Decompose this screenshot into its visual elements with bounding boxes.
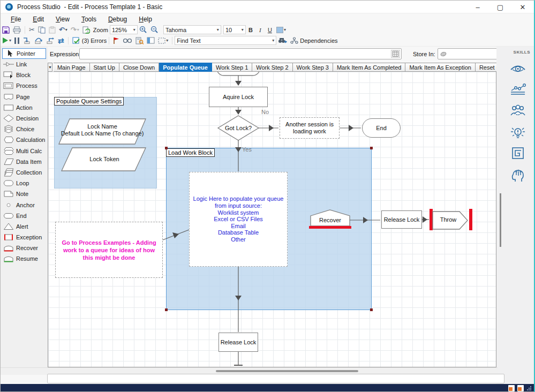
start-stage-partial[interactable]	[217, 72, 260, 76]
link-acquire-to-gotlock[interactable]	[235, 107, 242, 115]
link-note-to-end[interactable]	[340, 125, 361, 131]
dependencies-label[interactable]: Dependencies	[300, 37, 337, 44]
minimize-button[interactable]: –	[466, 1, 489, 13]
another-session-note[interactable]: Another session isloading work	[280, 117, 340, 139]
zoom-level-combo[interactable]: 125%▾	[110, 25, 138, 34]
tool-calculation[interactable]: Calculation	[1, 134, 48, 145]
zoom-in-button[interactable]	[138, 25, 148, 34]
redo-caret[interactable]: ▾	[77, 27, 79, 32]
block-handle-tr[interactable]	[370, 147, 373, 149]
save-button[interactable]	[1, 25, 11, 34]
paste-button[interactable]	[48, 25, 57, 34]
tool-process[interactable]: Process	[1, 80, 48, 91]
got-lock-label[interactable]: Got Lock?	[218, 125, 259, 131]
load-work-block-label[interactable]: Load Work Block	[166, 148, 215, 157]
tab-mark-item-as-exception[interactable]: Mark Item As Exception	[405, 63, 476, 72]
link-gotlock-yes[interactable]	[235, 140, 242, 171]
tab-work-step-2[interactable]: Work Step 2	[252, 63, 292, 72]
link-logic-to-release[interactable]	[235, 267, 242, 332]
link-gotlock-no[interactable]	[259, 125, 278, 131]
run-caret[interactable]: ▾	[9, 38, 11, 43]
skill-collaboration-icon[interactable]	[509, 103, 527, 119]
skill-learning-icon[interactable]	[509, 168, 527, 184]
tool-anchor[interactable]: Anchor	[1, 199, 48, 210]
tab-main-page[interactable]: Main Page	[54, 63, 90, 72]
block-handle-bl[interactable]	[165, 308, 168, 311]
acquire-lock-stage[interactable]: Aquire Lock	[209, 87, 268, 107]
menu-help[interactable]: Help	[134, 14, 157, 24]
logic-note[interactable]: Logic Here to populate your queuefrom in…	[189, 172, 288, 267]
redo-button[interactable]: ↷▾	[70, 25, 80, 34]
taskbar-doc-icon-2[interactable]	[517, 385, 524, 391]
link-start-to-acquire[interactable]	[235, 76, 242, 86]
status-input-bar[interactable]	[47, 374, 504, 383]
watch-glasses-icon[interactable]	[122, 36, 133, 45]
font-color-caret[interactable]: ▾	[284, 27, 286, 32]
run-button[interactable]: ▾	[1, 36, 12, 45]
tool-pointer[interactable]: Pointer	[2, 48, 46, 59]
find-text-combo[interactable]: Find Text▾	[175, 36, 276, 45]
recover-label[interactable]: Recover	[311, 217, 350, 223]
link-release-bottom-out[interactable]	[234, 352, 243, 365]
zoom-out-button[interactable]	[149, 25, 160, 34]
tool-note[interactable]: Note	[1, 189, 48, 199]
zoom-combo-caret[interactable]: ▾	[133, 27, 135, 32]
skill-planning-sequencing-icon[interactable]	[509, 82, 527, 98]
canvas-vertical-scrollbar[interactable]	[500, 193, 501, 247]
throw-label[interactable]: Throw	[431, 216, 466, 223]
dependencies-icon[interactable]	[289, 36, 299, 45]
tab-work-step-3[interactable]: Work Step 3	[293, 63, 333, 72]
step-into-button[interactable]	[21, 36, 32, 45]
skill-visual-perception-icon[interactable]	[509, 61, 527, 77]
block-handle-br[interactable]	[370, 308, 373, 311]
tool-recover[interactable]: Recover	[1, 243, 48, 253]
breakpoint-flag-icon[interactable]	[112, 36, 120, 45]
bold-button[interactable]: B	[246, 25, 255, 34]
process-examples-note[interactable]: Go to Process Examples - Addingwork to a…	[55, 222, 163, 278]
panel-view-icon[interactable]	[146, 36, 156, 45]
tool-page[interactable]: Page	[1, 92, 48, 102]
tab-start-up[interactable]: Start Up	[90, 63, 119, 72]
tab-mark-item-as-completed[interactable]: Mark Item As Completed	[333, 63, 405, 72]
link-recover-to-release[interactable]	[350, 217, 380, 223]
expression-input[interactable]	[79, 48, 402, 59]
italic-button[interactable]: I	[256, 25, 265, 34]
tool-alert[interactable]: Alert	[1, 221, 48, 232]
find-caret[interactable]: ▾	[272, 38, 274, 43]
expression-test-icon[interactable]	[134, 36, 145, 45]
skill-knowledge-insight-icon[interactable]	[509, 146, 527, 162]
release-lock-bottom-stage[interactable]: Release Lock	[218, 333, 258, 352]
underline-button[interactable]: U	[266, 25, 274, 34]
tool-data-item[interactable]: Data Item	[1, 156, 48, 167]
font-combo-caret[interactable]: ▾	[217, 27, 219, 32]
process-diagram-canvas[interactable]: Populate Queue Settings Lock NameDefault…	[48, 72, 496, 367]
tab-work-step-1[interactable]: Work Step 1	[212, 63, 252, 72]
validate-button[interactable]	[71, 36, 81, 45]
settings-block-label[interactable]: Populate Queue Settings	[54, 97, 124, 105]
taskbar-doc-icon-1[interactable]	[508, 385, 515, 391]
tool-loop[interactable]: Loop	[1, 178, 48, 189]
lock-name-data-item[interactable]: Lock NameDefault Lock Name (To change)	[55, 123, 150, 137]
font-name-combo[interactable]: Tahoma▾	[163, 25, 221, 34]
skill-problem-solving-icon[interactable]	[509, 125, 527, 141]
menu-edit[interactable]: Edit	[28, 14, 49, 24]
pause-button[interactable]	[13, 36, 20, 45]
maximize-button[interactable]: ▢	[489, 1, 511, 13]
selection-caret[interactable]: ▾	[166, 38, 168, 43]
horizontal-scroll-thumb[interactable]	[216, 370, 358, 372]
tool-decision[interactable]: Decision	[1, 113, 48, 124]
expression-builder-button[interactable]	[391, 50, 400, 58]
menu-view[interactable]: View	[51, 14, 74, 24]
tool-action[interactable]: Action	[1, 102, 48, 113]
menu-tools[interactable]: Tools	[77, 14, 101, 24]
menu-file[interactable]: File	[6, 14, 26, 24]
selection-mode-icon[interactable]: ▾	[157, 36, 169, 45]
tool-exception[interactable]: Exception	[1, 232, 48, 243]
font-size-caret[interactable]: ▾	[242, 27, 244, 32]
step-out-button[interactable]	[45, 36, 56, 45]
tool-multi-calc[interactable]: Multi Calc	[1, 146, 48, 156]
link-note-to-logic[interactable]	[163, 230, 189, 240]
tool-choice[interactable]: Choice	[1, 124, 48, 134]
end-stage[interactable]: End	[362, 118, 401, 138]
copy-button[interactable]	[37, 25, 47, 34]
